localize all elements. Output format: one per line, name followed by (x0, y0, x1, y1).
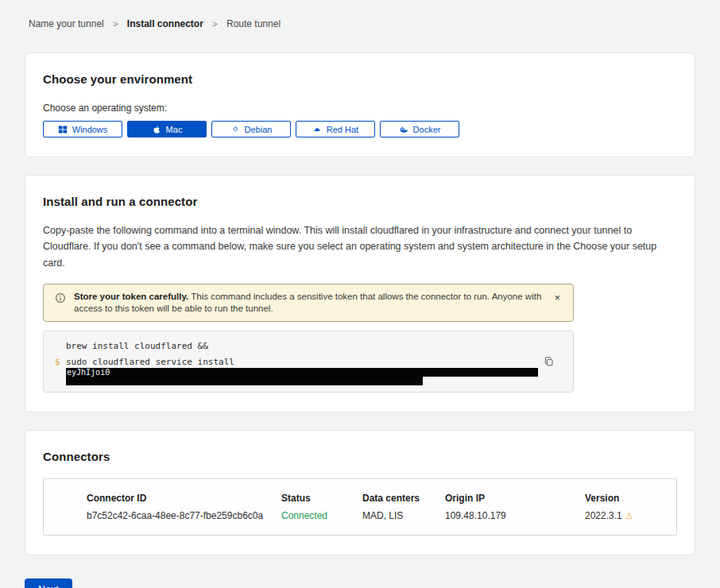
token-prefix: eyJhIjoi0 (66, 368, 110, 377)
choose-environment-title: Choose your environment (43, 72, 677, 86)
install-connector-card: Install and run a connector Copy-paste t… (25, 175, 695, 412)
token-warning-bold: Store your token carefully. (74, 292, 188, 301)
os-button-label: Debian (245, 125, 273, 134)
os-button-mac[interactable]: Mac (127, 121, 207, 137)
docker-icon (399, 125, 408, 134)
os-select-label: Choose an operating system: (43, 103, 677, 114)
copy-icon[interactable] (542, 354, 555, 368)
code-line (55, 377, 541, 385)
info-icon (55, 292, 66, 307)
status-badge: Connected (281, 510, 362, 521)
install-description: Copy-paste the following command into a … (43, 222, 677, 271)
connectors-title: Connectors (43, 450, 677, 463)
connectors-table: Connector ID Status Data centers Origin … (43, 478, 677, 536)
breadcrumb-separator: > (212, 19, 217, 29)
token-warning-text: Store your token carefully. This command… (74, 291, 543, 315)
os-button-debian[interactable]: Debian (211, 121, 291, 137)
shell-prompt: $ (55, 356, 66, 368)
os-button-windows[interactable]: Windows (43, 121, 122, 137)
apple-icon (152, 125, 161, 134)
token-warning-banner: Store your token carefully. This command… (43, 284, 574, 322)
os-button-group: Windows Mac Debian Red Hat (43, 121, 677, 137)
connectors-card: Connectors Connector ID Status Data cent… (25, 430, 695, 555)
redacted-token-bar (66, 377, 423, 385)
close-icon[interactable]: × (551, 291, 563, 304)
code-line: $sudo cloudflared service install (55, 356, 541, 368)
code-text: sudo cloudflared service install (66, 356, 234, 368)
connector-id-cell: b7c52c42-6caa-48ee-8c77-fbe259cb6c0a (87, 510, 281, 521)
origin-ip-cell: 109.48.10.179 (445, 510, 585, 521)
os-button-label: Windows (72, 125, 108, 134)
os-button-label: Docker (413, 125, 441, 134)
next-button[interactable]: Next (25, 578, 72, 588)
page-content: Choose your environment Choose an operat… (25, 52, 695, 555)
breadcrumb-install-connector[interactable]: Install connector (127, 18, 203, 29)
os-button-docker[interactable]: Docker (380, 121, 459, 137)
breadcrumb-route-tunnel[interactable]: Route tunnel (226, 18, 281, 29)
column-header-origin-ip: Origin IP (445, 493, 585, 504)
table-row: b7c52c42-6caa-48ee-8c77-fbe259cb6c0a Con… (87, 510, 668, 521)
redhat-icon (312, 125, 322, 134)
windows-icon (58, 125, 68, 134)
breadcrumb-name-your-tunnel[interactable]: Name your tunnel (29, 18, 104, 29)
breadcrumb-separator: > (113, 19, 118, 29)
os-button-label: Mac (166, 125, 183, 134)
redacted-token-bar: eyJhIjoi0 (66, 368, 538, 377)
code-line: brew install cloudflared && (55, 340, 541, 352)
code-line: eyJhIjoi0 (55, 368, 541, 377)
version-cell: 2022.3.1⚠ (585, 510, 668, 521)
column-header-connector-id: Connector ID (87, 493, 281, 504)
install-command-code-block: brew install cloudflared && $sudo cloudf… (43, 331, 574, 393)
data-centers-cell: MAD, LIS (362, 510, 445, 521)
column-header-data-centers: Data centers (362, 493, 445, 504)
debian-icon (230, 125, 240, 134)
install-connector-title: Install and run a connector (43, 195, 677, 208)
os-button-label: Red Hat (327, 125, 358, 134)
breadcrumb: Name your tunnel > Install connector > R… (0, 0, 720, 29)
code-text: brew install cloudflared && (66, 340, 213, 352)
warning-icon: ⚠ (625, 511, 633, 520)
column-header-status: Status (281, 493, 362, 504)
table-header-row: Connector ID Status Data centers Origin … (87, 493, 668, 504)
os-button-redhat[interactable]: Red Hat (296, 121, 375, 137)
choose-environment-card: Choose your environment Choose an operat… (25, 52, 695, 157)
column-header-version: Version (585, 493, 668, 504)
